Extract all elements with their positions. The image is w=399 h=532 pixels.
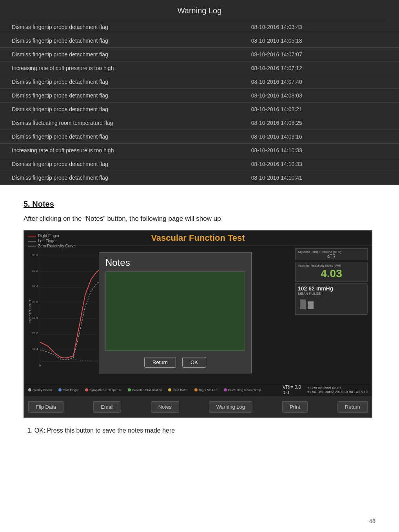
warning-timestamp: 08-10-2016 14:03:43 bbox=[239, 20, 399, 34]
svg-text:35.2: 35.2 bbox=[32, 269, 38, 272]
warning-log-row: Dismiss fingertip probe detachment flag … bbox=[0, 89, 399, 103]
svg-text:31.4: 31.4 bbox=[32, 347, 38, 351]
notes-modal-title: Notes bbox=[99, 252, 251, 271]
vft-header: Vascular Function Test bbox=[24, 231, 372, 246]
atr-label: Adjusted Temp Rebound (aTR) bbox=[298, 250, 365, 254]
vft-title: Vascular Function Test bbox=[151, 233, 245, 243]
numbered-item: 1. OK: Press this button to save the not… bbox=[24, 427, 375, 434]
warning-log-row: Increasing rate of cuff pressure is too … bbox=[0, 144, 399, 157]
vft-metrics-area: VRI= 0.0 0.0 ±1.29OB: 1999-02-01 ±1.56 T… bbox=[283, 384, 368, 395]
warning-log-section: Warning Log Dismiss fingertip probe deta… bbox=[0, 0, 399, 185]
warning-message: Increasing rate of cuff pressure is too … bbox=[0, 144, 239, 157]
warning-log-title: Warning Log bbox=[12, 6, 387, 20]
atr-value: aTR bbox=[298, 254, 365, 258]
vft-right-panels: Adjusted Temp Rebound (aTR) aTR Vascular… bbox=[295, 248, 368, 316]
warning-timestamp: 08-10-2016 14:10:41 bbox=[239, 171, 399, 185]
vri-panel: Vascular Reactivity Index (VRI) 4.03 bbox=[295, 262, 368, 282]
warning-timestamp: 08-10-2016 14:07:40 bbox=[239, 75, 399, 89]
warning-log-row: Dismiss fingertip probe detachment flag … bbox=[0, 103, 399, 116]
zero-curve-line bbox=[28, 246, 36, 247]
warning-message: Dismiss fingertip probe detachment flag bbox=[0, 20, 239, 34]
numbered-items: 1. OK: Press this button to save the not… bbox=[24, 427, 375, 434]
svg-text:0: 0 bbox=[39, 364, 41, 367]
warning-log-row: Dismiss fluctuating room temperature fla… bbox=[0, 116, 399, 130]
warning-timestamp: 08-10-2016 14:08:03 bbox=[239, 89, 399, 103]
warning-timestamp: 08-10-2016 14:10:33 bbox=[239, 144, 399, 157]
right-finger-line bbox=[28, 236, 36, 236]
warning-timestamp: 08-10-2016 14:09:16 bbox=[239, 130, 399, 144]
email-btn[interactable]: Email bbox=[93, 401, 121, 413]
warning-log-row: Dismiss fingertip probe detachment flag … bbox=[0, 20, 399, 34]
pressure-label: MEAN PULSE bbox=[298, 292, 365, 296]
warning-log-row: Dismiss fingertip probe detachment flag … bbox=[0, 34, 399, 48]
notes-modal-buttons: Return OK bbox=[99, 354, 251, 373]
warning-log-row: Increasing rate of cuff pressure is too … bbox=[0, 61, 399, 75]
pressure-value: 102 62 mmHg bbox=[298, 285, 365, 292]
vri-bottom: VRI= 0.0 0.0 bbox=[283, 384, 301, 395]
warning-message: Dismiss fingertip probe detachment flag bbox=[0, 103, 239, 116]
warning-timestamp: 08-10-2016 14:07:12 bbox=[239, 61, 399, 75]
warning-message: Dismiss fingertip probe detachment flag bbox=[0, 89, 239, 103]
notes-modal: Notes Return OK bbox=[99, 252, 252, 373]
warning-log-btn[interactable]: Warning Log bbox=[209, 401, 252, 413]
vft-toolbar: Flip Data Email Notes Warning Log Print … bbox=[24, 397, 372, 417]
warning-message: Dismiss fingertip probe detachment flag bbox=[0, 75, 239, 89]
warning-log-table: Dismiss fingertip probe detachment flag … bbox=[0, 20, 399, 185]
warning-timestamp: 08-10-2016 14:08:25 bbox=[239, 116, 399, 130]
vri-label: Vascular Reactivity Index (VRI) bbox=[298, 264, 365, 267]
print-btn[interactable]: Print bbox=[282, 401, 308, 413]
svg-text:34.4: 34.4 bbox=[32, 285, 38, 288]
return-toolbar-btn[interactable]: Return bbox=[337, 401, 368, 413]
pressure-bars bbox=[298, 296, 329, 311]
warning-message: Dismiss fingertip probe detachment flag bbox=[0, 48, 239, 61]
warning-log-row: Dismiss fingertip probe detachment flag … bbox=[0, 75, 399, 89]
return-button[interactable]: Return bbox=[144, 357, 176, 368]
warning-timestamp: 08-10-2016 14:07:07 bbox=[239, 48, 399, 61]
vri-value: 4.03 bbox=[298, 267, 365, 280]
warning-timestamp: 08-10-2016 14:08:21 bbox=[239, 103, 399, 116]
svg-text:Temperature °C: Temperature °C bbox=[28, 298, 32, 323]
flip-data-btn[interactable]: Flip Data bbox=[28, 401, 63, 413]
warning-message: Dismiss fingertip probe detachment flag bbox=[0, 130, 239, 144]
legend-zero-curve: Zero Reactivity Curve bbox=[28, 244, 76, 248]
warning-timestamp: 08-10-2016 14:10:33 bbox=[239, 157, 399, 171]
vft-bottom-area: Quality Check Cold Finger Sympathetic Re… bbox=[24, 383, 372, 397]
dates-area: ±1.29OB: 1999-02-01 ±1.56 Test Date2 201… bbox=[307, 386, 368, 394]
svg-rect-18 bbox=[300, 299, 306, 309]
section-heading: 5. Notes bbox=[24, 200, 375, 209]
warning-message: Dismiss fingertip probe detachment flag bbox=[0, 34, 239, 48]
svg-text:33.6: 33.6 bbox=[32, 300, 38, 304]
screenshot-container: Vascular Function Test Right Finger Left… bbox=[24, 230, 372, 418]
notes-btn[interactable]: Notes bbox=[151, 401, 179, 413]
legend-left-finger: Left Finger bbox=[28, 239, 76, 243]
warning-message: Dismiss fingertip probe detachment flag bbox=[0, 171, 239, 185]
svg-text:32.0: 32.0 bbox=[32, 332, 38, 335]
section-description: After clicking on the “Notes” button, th… bbox=[24, 215, 375, 223]
legend-right-finger: Right Finger bbox=[28, 234, 76, 238]
warning-timestamp: 08-10-2016 14:05:18 bbox=[239, 34, 399, 48]
quality-labels: Quality Check Cold Finger Sympathetic Re… bbox=[28, 388, 283, 392]
warning-log-row: Dismiss fingertip probe detachment flag … bbox=[0, 48, 399, 61]
warning-message: Dismiss fluctuating room temperature fla… bbox=[0, 116, 239, 130]
atr-panel: Adjusted Temp Rebound (aTR) aTR bbox=[295, 248, 368, 260]
svg-text:32.8: 32.8 bbox=[32, 316, 38, 319]
notes-section: 5. Notes After clicking on the “Notes” b… bbox=[0, 196, 399, 445]
ok-button[interactable]: OK bbox=[182, 357, 206, 368]
page-number: 48 bbox=[369, 518, 375, 524]
vft-background: Vascular Function Test Right Finger Left… bbox=[24, 231, 372, 417]
notes-textarea-area[interactable] bbox=[105, 271, 245, 351]
warning-message: Increasing rate of cuff pressure is too … bbox=[0, 61, 239, 75]
pressure-panel: 102 62 mmHg MEAN PULSE bbox=[295, 283, 368, 315]
left-finger-line bbox=[28, 241, 36, 242]
vft-legend: Right Finger Left Finger Zero Reactivity… bbox=[28, 234, 76, 249]
warning-message: Dismiss fingertip probe detachment flag bbox=[0, 157, 239, 171]
svg-rect-19 bbox=[308, 301, 314, 309]
svg-text:36.0: 36.0 bbox=[32, 253, 38, 257]
warning-log-row: Dismiss fingertip probe detachment flag … bbox=[0, 171, 399, 185]
warning-log-row: Dismiss fingertip probe detachment flag … bbox=[0, 130, 399, 144]
warning-log-row: Dismiss fingertip probe detachment flag … bbox=[0, 157, 399, 171]
